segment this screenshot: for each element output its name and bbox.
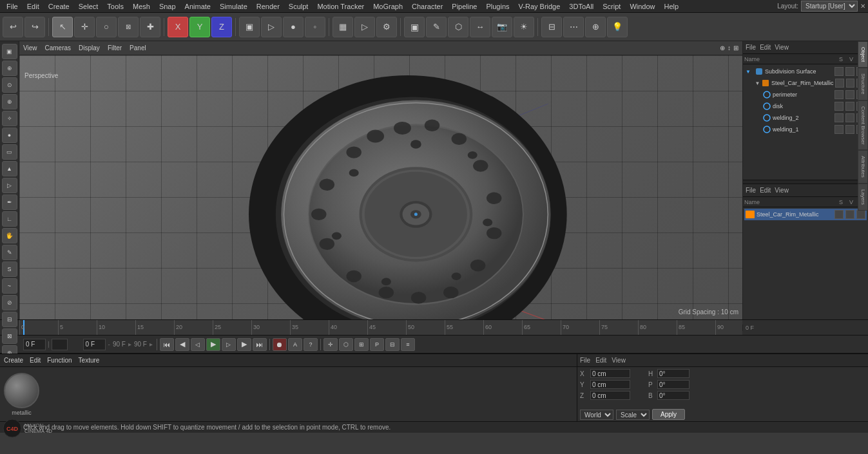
material-item[interactable]: metallic bbox=[4, 373, 39, 416]
next-key-button[interactable]: ▷ bbox=[222, 338, 236, 351]
menu-edit[interactable]: Edit bbox=[23, 1, 43, 12]
tab-content-browser[interactable]: Content Browser bbox=[858, 100, 868, 151]
left-no-btn[interactable]: ⊘ bbox=[2, 295, 17, 310]
attr-x-input[interactable] bbox=[590, 369, 630, 378]
left-grid-btn[interactable]: ⊟ bbox=[2, 312, 17, 327]
attr-b-input[interactable] bbox=[657, 391, 690, 400]
frame-step-input[interactable] bbox=[52, 339, 68, 350]
landscape-button[interactable]: ⋯ bbox=[563, 17, 584, 37]
view-type-button[interactable]: ≡ bbox=[401, 338, 415, 351]
viewport-menu-cameras[interactable]: Cameras bbox=[45, 44, 72, 52]
menu-mograph[interactable]: MoGraph bbox=[369, 1, 407, 12]
left-rect-btn[interactable]: ▭ bbox=[2, 144, 17, 160]
camera-button[interactable]: 📷 bbox=[492, 17, 512, 37]
viewport-menu-filter[interactable]: Filter bbox=[108, 44, 122, 52]
menu-plugins[interactable]: Plugins bbox=[482, 1, 513, 12]
mat-r-btn[interactable] bbox=[856, 210, 865, 219]
mat-item-steel[interactable]: Steel_Car_Rim_Metallic bbox=[744, 209, 867, 220]
tree-item-welding2[interactable]: welding_2 bbox=[744, 112, 867, 124]
menu-3dtoall[interactable]: 3DToAll bbox=[565, 1, 597, 12]
tree-item-disk[interactable]: disk bbox=[744, 100, 867, 112]
prev-frame-button[interactable]: ◀ bbox=[175, 338, 189, 351]
mat-edit-menu[interactable]: Edit bbox=[760, 187, 771, 194]
perimeter-v-btn[interactable] bbox=[845, 90, 854, 99]
menu-snap[interactable]: Snap bbox=[155, 1, 180, 12]
menu-animate[interactable]: Animate bbox=[181, 1, 215, 12]
tree-item-steel-car[interactable]: ▼ Steel_Car_Rim_Metallic bbox=[744, 77, 867, 89]
viewport-icon-3[interactable]: ⊞ bbox=[733, 44, 738, 52]
x-axis-button[interactable]: X bbox=[168, 17, 188, 37]
tree-item-perimeter[interactable]: perimeter bbox=[744, 89, 867, 100]
tree-item-welding1[interactable]: welding_1 bbox=[744, 124, 867, 135]
steel-expand-icon[interactable]: ▼ bbox=[755, 80, 760, 86]
menu-help[interactable]: Help bbox=[661, 1, 683, 12]
mat-create-menu[interactable]: Create bbox=[4, 357, 23, 364]
view-key-button[interactable]: ⬡ bbox=[339, 338, 353, 351]
viewport-menu-display[interactable]: Display bbox=[79, 44, 100, 52]
view-frame-button[interactable]: ⊞ bbox=[354, 338, 369, 351]
menu-motion-tracker[interactable]: Motion Tracker bbox=[313, 1, 368, 12]
menu-tools[interactable]: Tools bbox=[103, 1, 128, 12]
menu-file[interactable]: File bbox=[3, 1, 22, 12]
deformer-button[interactable]: ↔ bbox=[470, 17, 490, 37]
subdiv-v-btn[interactable] bbox=[845, 67, 854, 76]
mat-view-menu[interactable]: View bbox=[775, 187, 789, 194]
disk-s-btn[interactable] bbox=[834, 102, 844, 111]
welding1-v-btn[interactable] bbox=[845, 125, 854, 134]
left-arrow-btn[interactable]: ▷ bbox=[2, 178, 17, 193]
transform-tool-button[interactable]: ✚ bbox=[140, 17, 160, 37]
goto-start-button[interactable]: ⏮ bbox=[160, 338, 174, 351]
floor-button[interactable]: ⊟ bbox=[541, 17, 562, 37]
left-edge-btn[interactable]: ∟ bbox=[2, 211, 17, 227]
attr-view-menu[interactable]: View bbox=[612, 357, 626, 364]
mat-s-btn[interactable] bbox=[834, 210, 844, 219]
view-path-button[interactable]: P bbox=[370, 338, 384, 351]
mat-file-menu[interactable]: File bbox=[746, 187, 756, 194]
menu-select[interactable]: Select bbox=[75, 1, 102, 12]
tab-structure[interactable]: Structure bbox=[858, 68, 868, 100]
left-tri-btn[interactable]: ▲ bbox=[2, 161, 17, 176]
attr-file-menu[interactable]: File bbox=[580, 357, 590, 364]
edge-mode-button[interactable]: ● bbox=[283, 17, 304, 37]
left-paint-btn[interactable]: ✒ bbox=[2, 194, 17, 210]
left-move-btn[interactable]: ✧ bbox=[2, 111, 17, 126]
object-mode-button[interactable]: ▣ bbox=[239, 17, 260, 37]
viewport-menu-view[interactable]: View bbox=[23, 44, 37, 52]
frame-current-input[interactable] bbox=[23, 339, 46, 350]
render-settings-button[interactable]: ⚙ bbox=[376, 17, 397, 37]
target-button[interactable]: ⊕ bbox=[585, 17, 606, 37]
move-tool-button[interactable]: ✛ bbox=[74, 17, 95, 37]
left-hand-btn[interactable]: 🖐 bbox=[2, 228, 17, 243]
question-button[interactable]: ? bbox=[304, 338, 318, 351]
tab-attributes[interactable]: Attributes bbox=[858, 150, 868, 184]
undo-button[interactable]: ↩ bbox=[3, 17, 23, 37]
tree-item-subdiv[interactable]: ▼ Subdivision Surface bbox=[744, 66, 867, 77]
mat-function-menu[interactable]: Function bbox=[47, 357, 72, 364]
menu-character[interactable]: Character bbox=[408, 1, 447, 12]
left-object-btn[interactable]: ▣ bbox=[2, 44, 17, 59]
tab-layers[interactable]: Layers bbox=[858, 184, 868, 211]
attr-h-input[interactable] bbox=[657, 369, 690, 378]
viewport-icon-1[interactable]: ⊕ bbox=[720, 44, 725, 52]
y-axis-button[interactable]: Y bbox=[189, 17, 210, 37]
polygon-mode-button[interactable]: ▷ bbox=[261, 17, 282, 37]
tab-object[interactable]: Object bbox=[858, 41, 868, 68]
layout-close-icon[interactable]: ✕ bbox=[860, 3, 865, 10]
layout-select[interactable]: Startup [User] bbox=[801, 1, 858, 12]
apply-button[interactable]: Apply bbox=[652, 409, 685, 420]
welding1-s-btn[interactable] bbox=[834, 125, 844, 134]
attr-p-input[interactable] bbox=[657, 380, 690, 389]
play-button[interactable]: ▶ bbox=[206, 338, 220, 351]
left-spline-btn[interactable]: ⊕ bbox=[2, 94, 17, 109]
perimeter-s-btn[interactable] bbox=[834, 90, 844, 99]
disk-v-btn[interactable] bbox=[845, 102, 854, 111]
attr-y-input[interactable] bbox=[590, 380, 630, 389]
steel-v-btn[interactable] bbox=[846, 79, 855, 88]
object-file-menu[interactable]: File bbox=[746, 44, 756, 51]
object-edit-menu[interactable]: Edit bbox=[760, 44, 771, 51]
attr-z-input[interactable] bbox=[590, 391, 630, 400]
generator-button[interactable]: ⬡ bbox=[448, 17, 468, 37]
mat-v-btn[interactable] bbox=[845, 210, 854, 219]
scale-select[interactable]: Scale bbox=[616, 410, 650, 420]
frame-start-input[interactable] bbox=[83, 339, 106, 350]
